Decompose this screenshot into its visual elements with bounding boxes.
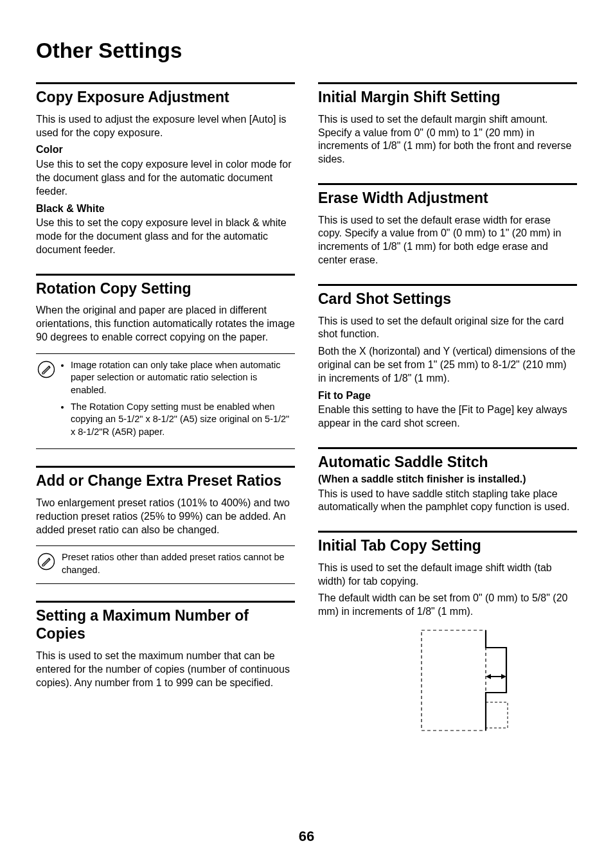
- note-pencil-icon: [37, 360, 55, 442]
- svg-rect-6: [422, 630, 486, 731]
- note-pencil-icon: [37, 553, 55, 576]
- svg-point-3: [39, 554, 55, 570]
- note-content: Preset ratios other than added preset ra…: [62, 551, 291, 576]
- label-bw: Black & White: [36, 202, 295, 216]
- section-rotation: Rotation Copy Setting When the original …: [36, 274, 295, 450]
- divider: [318, 447, 577, 449]
- heading-margin-shift: Initial Margin Shift Setting: [318, 88, 577, 107]
- heading-max-copies: Setting a Maximum Number of Copies: [36, 607, 295, 644]
- section-erase-width: Erase Width Adjustment This is used to s…: [318, 183, 577, 267]
- body-text: When the original and paper are placed i…: [36, 304, 295, 344]
- section-copy-exposure: Copy Exposure Adjustment This is used to…: [36, 82, 295, 257]
- body-text: This is used to set the default margin s…: [318, 113, 577, 166]
- divider: [36, 466, 295, 468]
- body-text: This is used to set the default erase wi…: [318, 214, 577, 267]
- svg-line-5: [44, 558, 50, 565]
- body-text: The default width can be set from 0" (0 …: [318, 592, 577, 619]
- body-text: Two enlargement preset ratios (101% to 4…: [36, 497, 295, 536]
- svg-rect-7: [486, 702, 508, 728]
- body-text: Enable this setting to have the [Fit to …: [318, 403, 577, 430]
- left-column: Copy Exposure Adjustment This is used to…: [36, 82, 295, 754]
- subheading-saddle-stitch: (When a saddle stitch finisher is instal…: [318, 473, 577, 486]
- page-number: 66: [0, 828, 613, 845]
- body-text: This is used to adjust the exposure leve…: [36, 113, 295, 140]
- svg-line-2: [44, 366, 50, 373]
- note-content: Image rotation can only take place when …: [62, 359, 291, 442]
- note-item: The Rotation Copy setting must be enable…: [71, 401, 291, 439]
- section-card-shot: Card Shot Settings This is used to set t…: [318, 284, 577, 430]
- label-fit-to-page: Fit to Page: [318, 389, 577, 403]
- label-color: Color: [36, 143, 295, 157]
- divider: [318, 531, 577, 533]
- svg-marker-10: [501, 674, 506, 679]
- section-saddle-stitch: Automatic Saddle Stitch (When a saddle s…: [318, 447, 577, 514]
- tab-copy-figure: [318, 625, 577, 737]
- svg-point-0: [39, 361, 55, 377]
- heading-saddle-stitch: Automatic Saddle Stitch: [318, 453, 577, 472]
- divider: [36, 274, 295, 276]
- right-column: Initial Margin Shift Setting This is use…: [318, 82, 577, 754]
- divider: [318, 183, 577, 185]
- note-box: Preset ratios other than added preset ra…: [36, 545, 295, 583]
- body-text: Use this to set the copy exposure level …: [36, 217, 295, 256]
- divider: [36, 82, 295, 84]
- heading-rotation: Rotation Copy Setting: [36, 279, 295, 298]
- heading-copy-exposure: Copy Exposure Adjustment: [36, 88, 295, 107]
- divider: [318, 284, 577, 286]
- section-tab-copy: Initial Tab Copy Setting This is used to…: [318, 531, 577, 737]
- divider: [318, 82, 577, 84]
- body-text: This is used to set the maximum number t…: [36, 650, 295, 689]
- body-text: Both the X (horizontal) and Y (vertical)…: [318, 345, 577, 385]
- section-preset-ratios: Add or Change Extra Preset Ratios Two en…: [36, 466, 295, 583]
- note-box: Image rotation can only take place when …: [36, 353, 295, 449]
- note-item: Image rotation can only take place when …: [71, 359, 291, 397]
- heading-card-shot: Card Shot Settings: [318, 290, 577, 308]
- svg-marker-9: [486, 674, 491, 679]
- divider: [36, 601, 295, 603]
- heading-tab-copy: Initial Tab Copy Setting: [318, 536, 577, 555]
- section-max-copies: Setting a Maximum Number of Copies This …: [36, 601, 295, 690]
- page-title: Other Settings: [36, 39, 577, 63]
- heading-preset-ratios: Add or Change Extra Preset Ratios: [36, 472, 295, 490]
- body-text: This is used to set the default original…: [318, 315, 577, 342]
- body-text: Use this to set the copy exposure level …: [36, 158, 295, 198]
- body-text: This is used to set the default image sh…: [318, 562, 577, 589]
- section-margin-shift: Initial Margin Shift Setting This is use…: [318, 82, 577, 166]
- body-text: This is used to have saddle stitch stapl…: [318, 488, 577, 515]
- heading-erase-width: Erase Width Adjustment: [318, 189, 577, 208]
